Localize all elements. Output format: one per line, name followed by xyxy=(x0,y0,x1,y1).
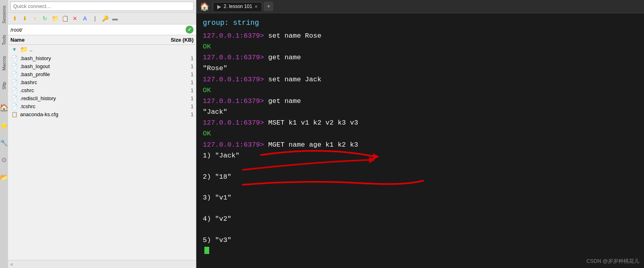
terminal-panel: 🏠 ▶ 2. lesson 101 ✕ + group: string 127.… xyxy=(196,0,644,268)
path-check-icon: ✓ xyxy=(186,26,194,34)
terminal-home-icon[interactable]: 🏠 xyxy=(200,2,210,11)
toolbar-download-icon[interactable]: ⬇ xyxy=(20,14,29,23)
terminal-result-1: 1) "Jack" xyxy=(203,150,638,161)
file-doc-icon-1: 📄 xyxy=(10,55,18,61)
file-doc-icon-4: 📄 xyxy=(10,79,18,85)
file-item-cshrc[interactable]: 📄 .cshrc 1 xyxy=(8,86,196,94)
file-name-cshrc: .cshrc xyxy=(20,87,162,93)
side-sftp-icon[interactable]: 📂 xyxy=(0,173,8,181)
add-tab-button[interactable]: + xyxy=(264,2,273,11)
status-bar: < xyxy=(8,260,196,268)
file-name-bash-logout: .bash_logout xyxy=(20,63,162,69)
watermark: CSDN @岁岁种桃花儿 xyxy=(586,257,639,265)
file-item-anaconda[interactable]: 📋 anaconda-ks.cfg 1 xyxy=(8,110,196,118)
terminal-cmd-1: set name Rose xyxy=(264,32,321,40)
terminal-prompt-5: 127.0.0.1:6379> xyxy=(203,76,264,83)
file-size-cshrc: 1 xyxy=(162,87,194,93)
status-text: < xyxy=(10,262,13,267)
toolbar-divider-icon: | xyxy=(91,14,99,23)
terminal-content[interactable]: group: string 127.0.0.1:6379> set name R… xyxy=(196,13,644,268)
file-doc-icon-2: 📄 xyxy=(10,63,18,69)
quick-connect-input[interactable] xyxy=(10,2,194,11)
column-size-header: Size (KB) xyxy=(162,37,194,43)
side-star-icon[interactable]: ⭐ xyxy=(0,122,8,129)
terminal-line-1: 127.0.0.1:6379> set name Rose xyxy=(203,30,638,41)
file-item-parent[interactable]: ▼ 📁 .. xyxy=(8,45,196,54)
terminal-prompt-1: 127.0.0.1:6379> xyxy=(203,32,264,40)
toolbar-refresh-icon[interactable]: ↻ xyxy=(40,14,49,23)
tab-close-button[interactable]: ✕ xyxy=(254,4,258,9)
side-tabs: Sessions Tools Macros Sftp 🏠 ⭐ 🔧 ⚙ 📂 xyxy=(0,0,8,268)
file-cfg-icon: 📋 xyxy=(10,111,18,117)
file-name-bashrc: .bashrc xyxy=(20,79,162,85)
file-size-anaconda: 1 xyxy=(162,111,194,117)
terminal-cmd-11: MGET name age k1 k2 k3 xyxy=(264,141,358,149)
toolbar-text-icon[interactable]: A xyxy=(81,14,89,23)
toolbar-folder-icon[interactable]: 📁 xyxy=(50,14,59,23)
terminal-group-line: group: string xyxy=(203,17,638,29)
file-name-bash-history: .bash_history xyxy=(20,55,162,61)
terminal-prompt-11: 127.0.0.1:6379> xyxy=(203,141,264,149)
file-name-bash-profile: .bash_profile xyxy=(20,71,162,77)
file-manager-panel: Sessions Tools Macros Sftp 🏠 ⭐ 🔧 ⚙ 📂 ⬆ ⬇… xyxy=(0,0,196,268)
toolbar-up-icon[interactable]: ↑ xyxy=(30,14,39,23)
tab-bar: 🏠 ▶ 2. lesson 101 ✕ + xyxy=(196,0,644,13)
toolbar-terminal-icon[interactable]: ▬ xyxy=(111,14,119,23)
terminal-ok-1: OK xyxy=(203,41,638,52)
file-item-bashrc[interactable]: 📄 .bashrc 1 xyxy=(8,78,196,86)
tab-label: 2. lesson 101 xyxy=(224,4,252,9)
column-name-header: Name xyxy=(10,37,162,43)
terminal-cmd-3: get name xyxy=(264,54,301,61)
terminal-ok-3: OK xyxy=(203,128,638,139)
side-home-icon[interactable]: 🏠 xyxy=(0,103,8,112)
file-item-bash-logout[interactable]: 📄 .bash_logout 1 xyxy=(8,62,196,70)
terminal-result-rose: "Rose" xyxy=(203,63,638,74)
toolbar-upload-icon[interactable]: ⬆ xyxy=(10,14,19,23)
file-list-header: Name Size (KB) xyxy=(8,35,196,45)
terminal-result-4: 4) "v2" xyxy=(203,214,638,224)
toolbar: ⬆ ⬇ ↑ ↻ 📁 📋 ✕ A | 🔑 ▬ xyxy=(8,13,196,24)
terminal-cmd-9: MSET k1 v1 k2 v2 k3 v3 xyxy=(264,119,358,127)
tab-terminal-icon: ▶ xyxy=(217,4,221,10)
terminal-result-3: 3) "v1" xyxy=(203,192,638,203)
results-with-annotations: 1) "Jack" 2) "18" 3) "v1" 4) "v2" 5) "v3… xyxy=(203,150,638,246)
side-wrench-icon[interactable]: 🔧 xyxy=(0,139,8,147)
file-size-bash-profile: 1 xyxy=(162,71,194,77)
file-list: ▼ 📁 .. 📄 .bash_history 1 📄 .bash_logout … xyxy=(8,45,196,260)
terminal-line-5: 127.0.0.1:6379> set name Jack xyxy=(203,74,638,85)
file-doc-icon-6: 📄 xyxy=(10,95,18,101)
toolbar-copy-icon[interactable]: 📋 xyxy=(61,14,69,23)
file-size-bash-logout: 1 xyxy=(162,63,194,69)
file-item-bash-profile[interactable]: 📄 .bash_profile 1 xyxy=(8,70,196,78)
terminal-ok-2: OK xyxy=(203,85,638,96)
terminal-prompt-3: 127.0.0.1:6379> xyxy=(203,54,264,61)
terminal-prompt-9: 127.0.0.1:6379> xyxy=(203,119,264,127)
toolbar-delete-icon[interactable]: ✕ xyxy=(71,14,79,23)
file-item-rediscli[interactable]: 📄 .rediscli_history 1 xyxy=(8,94,196,102)
folder-expand-icon: ▼ xyxy=(10,46,18,53)
file-item-bash-history[interactable]: 📄 .bash_history 1 xyxy=(8,54,196,62)
side-macro-icon[interactable]: ⚙ xyxy=(1,156,7,164)
sftp-tab[interactable]: Sftp xyxy=(1,80,7,91)
terminal-line-7: 127.0.0.1:6379> get name xyxy=(203,96,638,107)
sessions-tab[interactable]: Sessions xyxy=(1,4,7,25)
terminal-cursor xyxy=(204,247,209,254)
file-name-anaconda: anaconda-ks.cfg xyxy=(20,111,162,117)
file-doc-icon-5: 📄 xyxy=(10,87,18,93)
terminal-result-jack: "Jack" xyxy=(203,107,638,117)
tools-tab[interactable]: Tools xyxy=(1,33,7,47)
terminal-result-5: 5) "v3" xyxy=(203,235,638,246)
macros-tab[interactable]: Macros xyxy=(1,54,7,72)
file-doc-icon-3: 📄 xyxy=(10,71,18,77)
terminal-result-2: 2) "18" xyxy=(203,171,638,182)
toolbar-settings-icon[interactable]: 🔑 xyxy=(101,14,109,23)
terminal-cmd-7: get name xyxy=(264,97,301,105)
file-item-tcshrc[interactable]: 📄 .tcshrc 1 xyxy=(8,102,196,110)
file-size-bash-history: 1 xyxy=(162,55,194,61)
file-size-tcshrc: 1 xyxy=(162,103,194,109)
file-name-rediscli: .rediscli_history xyxy=(20,95,162,101)
folder-icon: 📁 xyxy=(20,46,28,53)
file-doc-icon-7: 📄 xyxy=(10,103,18,109)
file-size-rediscli: 1 xyxy=(162,95,194,101)
tab-lesson-101[interactable]: ▶ 2. lesson 101 ✕ xyxy=(213,2,262,11)
